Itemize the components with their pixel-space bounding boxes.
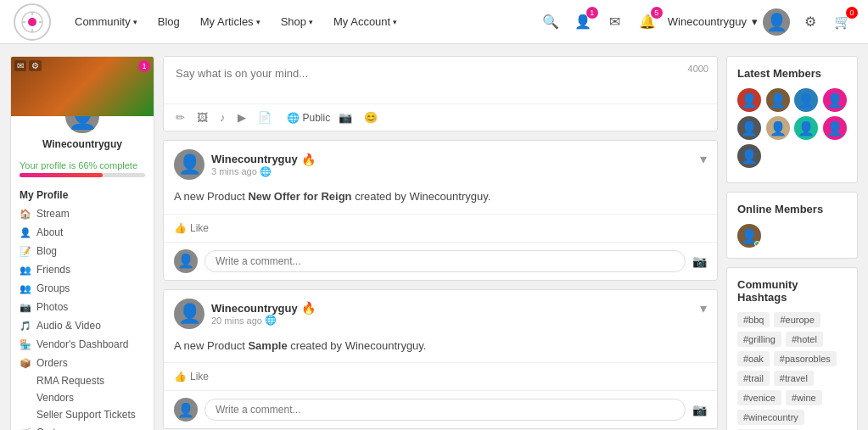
hashtag-oak[interactable]: #oak <box>737 351 770 366</box>
menu-orders[interactable]: 📦Orders <box>11 354 154 372</box>
submenu-vendors[interactable]: Vendors <box>28 389 154 406</box>
latest-member-2[interactable]: 👤 <box>766 88 790 112</box>
menu-vendor-dashboard[interactable]: 🏪Vendor's Dashboard <box>11 335 154 354</box>
post-menu-btn-1[interactable]: ▾ <box>700 151 707 167</box>
my-profile-title: My Profile <box>11 182 154 204</box>
latest-member-5[interactable]: 👤 <box>737 116 761 140</box>
like-label-1: Like <box>190 222 209 234</box>
friends-icon: 👥 <box>20 265 31 276</box>
nav-community[interactable]: Community <box>66 10 146 33</box>
stream-icon: 🏠 <box>20 209 31 220</box>
menu-groups[interactable]: 👥Groups <box>11 279 154 298</box>
comment-avatar-1: 👤 <box>174 249 198 273</box>
compose-visibility[interactable]: 🌐 Public <box>287 112 331 124</box>
comment-area-1: 👤 📷 <box>164 242 717 280</box>
feed-post-2: 👤 Winecountryguy 🔥 20 mins ago 🌐 ▾ A new… <box>163 289 718 430</box>
compose-edit-btn[interactable]: ✏ <box>172 109 188 126</box>
profile-complete-text: Your profile is 66% complete <box>20 160 145 170</box>
submenu-rma[interactable]: RMA Requests <box>28 372 154 389</box>
nav-my-articles[interactable]: My Articles <box>192 10 269 33</box>
compose-emoji-btn[interactable]: 😊 <box>361 109 381 126</box>
compose-image-btn[interactable]: 🖼 <box>193 109 211 126</box>
hashtag-grilling[interactable]: #grilling <box>737 332 781 347</box>
compose-textarea[interactable] <box>164 57 688 103</box>
hashtags-title: Community Hashtags <box>737 278 847 304</box>
online-member-1[interactable]: 👤 <box>737 224 761 248</box>
comment-input-1[interactable] <box>204 250 686 272</box>
top-navigation: Community Blog My Articles Shop My Accou… <box>0 0 868 44</box>
submenu-seller-support[interactable]: Seller Support Tickets <box>28 406 154 423</box>
post-menu-btn-2[interactable]: ▾ <box>700 300 707 316</box>
latest-member-9[interactable]: 👤 <box>737 144 761 168</box>
hashtag-bbq[interactable]: #bbq <box>737 312 770 327</box>
user-menu[interactable]: Winecountryguy ▾ 👤 <box>668 8 790 36</box>
comment-emoji-2[interactable]: 📷 <box>692 403 707 416</box>
post-avatar-1[interactable]: 👤 <box>174 149 204 180</box>
latest-member-7[interactable]: 👤 <box>794 116 818 140</box>
like-button-2[interactable]: 👍 Like <box>174 368 209 385</box>
nav-right-icons: 🔍 👤 1 ✉ 🔔 5 Winecountryguy ▾ 👤 ⚙ 🛒 0 <box>539 8 854 36</box>
hashtag-europe[interactable]: #europe <box>774 312 820 327</box>
menu-stream[interactable]: 🏠Stream <box>11 204 154 223</box>
profile-menu: 🏠Stream 👤About 📝Blog 👥Friends 👥Groups 📷P… <box>11 204 154 372</box>
about-icon: 👤 <box>20 227 31 238</box>
compose-photo-btn[interactable]: 📷 <box>335 109 356 126</box>
progress-bar-bg <box>20 173 145 177</box>
latest-member-8[interactable]: 👤 <box>823 116 847 140</box>
friends-button[interactable]: 👤 1 <box>571 10 595 34</box>
profile-cover: 1 ✉ ⚙ <box>11 57 154 116</box>
notifications-badge: 5 <box>651 7 663 19</box>
hashtag-trail[interactable]: #trail <box>737 371 770 386</box>
compose-toolbar: ✏ 🖼 ♪ ▶ 📄 🌐 Public 📷 😊 <box>164 103 717 131</box>
compose-music-btn[interactable]: ♪ <box>216 109 229 126</box>
nav-shop[interactable]: Shop <box>272 10 322 33</box>
hashtags-widget: Community Hashtags #bbq #europe #grillin… <box>726 267 858 430</box>
comment-input-2[interactable] <box>204 399 686 421</box>
like-label-2: Like <box>190 371 209 383</box>
menu-audio-video[interactable]: 🎵Audio & Video <box>11 316 154 335</box>
menu-blog[interactable]: 📝Blog <box>11 242 154 260</box>
menu-about[interactable]: 👤About <box>11 223 154 242</box>
menu-photos[interactable]: 📷Photos <box>11 298 154 316</box>
hashtag-hotel[interactable]: #hotel <box>786 332 823 347</box>
online-indicator-1 <box>754 241 760 247</box>
latest-members-title: Latest Members <box>737 67 847 80</box>
progress-bar-fill <box>20 173 103 177</box>
post-compose: 4000 ✏ 🖼 ♪ ▶ 📄 🌐 Public 📷 😊 <box>163 56 718 131</box>
audio-video-icon: 🎵 <box>20 321 31 332</box>
hashtag-winecountry[interactable]: #winecountry <box>737 410 804 425</box>
latest-member-6[interactable]: 👤 <box>766 116 790 140</box>
hashtag-travel[interactable]: #travel <box>774 371 814 386</box>
hashtag-venice[interactable]: #venice <box>737 390 781 405</box>
nav-my-account[interactable]: My Account <box>325 10 406 33</box>
profile-card: 1 ✉ ⚙ 👤 Winecountryguy Your profile is 6… <box>10 56 154 430</box>
messages-button[interactable]: ✉ <box>603 10 627 34</box>
nav-username: Winecountryguy <box>668 15 747 28</box>
settings-button[interactable]: ⚙ <box>798 10 822 34</box>
site-logo[interactable] <box>14 3 51 41</box>
notifications-button[interactable]: 🔔 5 <box>636 10 659 34</box>
post-actions-2: 👍 Like <box>164 362 717 390</box>
compose-video-btn[interactable]: ▶ <box>234 109 249 126</box>
post-avatar-2[interactable]: 👤 <box>174 299 204 329</box>
thumbs-up-icon-1: 👍 <box>174 222 187 234</box>
comment-emoji-1[interactable]: 📷 <box>692 254 707 268</box>
vendor-icon: 🏪 <box>20 339 31 350</box>
hashtag-wine[interactable]: #wine <box>786 390 822 405</box>
menu-cart[interactable]: 🛒Cart <box>11 423 154 430</box>
hashtag-pasorobles[interactable]: #pasorobles <box>774 351 837 366</box>
nav-links: Community Blog My Articles Shop My Accou… <box>66 10 539 33</box>
cart-sidebar-icon: 🛒 <box>20 427 31 431</box>
nav-blog[interactable]: Blog <box>149 10 188 33</box>
cart-button[interactable]: 🛒 0 <box>831 10 854 34</box>
post-author-info-1: Winecountryguy 🔥 3 mins ago 🌐 <box>211 153 707 177</box>
verified-icon-1: 🔥 <box>301 153 316 166</box>
like-button-1[interactable]: 👍 Like <box>174 220 209 237</box>
menu-friends[interactable]: 👥Friends <box>11 260 154 279</box>
compose-doc-btn[interactable]: 📄 <box>255 109 275 126</box>
post-header-1: 👤 Winecountryguy 🔥 3 mins ago 🌐 ▾ <box>164 141 717 188</box>
latest-member-3[interactable]: 👤 <box>794 88 818 112</box>
latest-member-1[interactable]: 👤 <box>737 88 761 112</box>
search-button[interactable]: 🔍 <box>539 10 563 34</box>
latest-member-4[interactable]: 👤 <box>823 88 847 112</box>
